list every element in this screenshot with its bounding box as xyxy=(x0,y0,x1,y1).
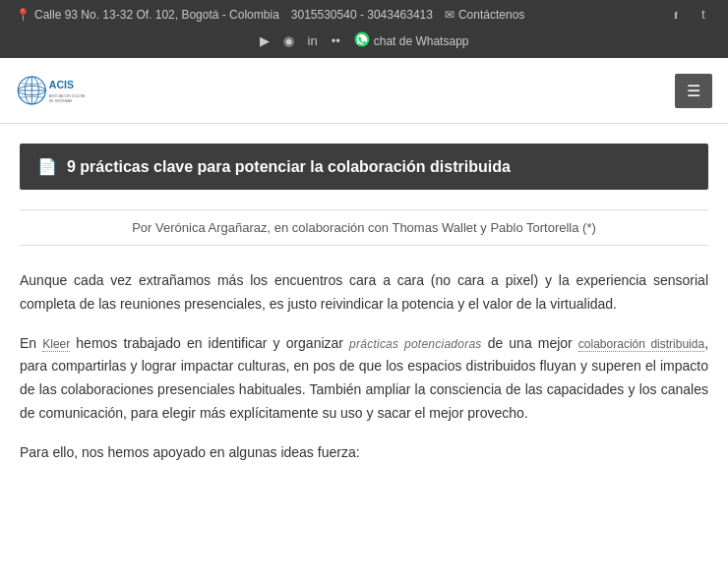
paragraph-1: Aunque cada vez extrañamos más los encue… xyxy=(20,269,708,317)
phone-block: 3015530540 - 3043463413 xyxy=(291,8,433,22)
practicas-highlight: prácticas potenciadoras xyxy=(349,337,481,351)
para2-pre: En xyxy=(20,335,42,351)
contact-link[interactable]: ✉ Contáctenos xyxy=(445,8,524,22)
para2-prefix2: de una mejor xyxy=(482,335,578,351)
flickr-icon[interactable]: •• xyxy=(332,33,340,48)
paragraph-3: Para ello, nos hemos apoyado en algunas … xyxy=(20,441,708,465)
top-bar-row2: ▶ ◉ in •• chat de Whatsapp xyxy=(0,29,728,58)
kleer-link[interactable]: Kleer xyxy=(42,337,70,352)
whatsapp-link[interactable]: chat de Whatsapp xyxy=(354,31,469,50)
svg-text:ACIS: ACIS xyxy=(49,79,74,90)
article-title-banner: 📄 9 prácticas clave para potenciar la co… xyxy=(20,144,708,190)
author-text: Por Verónica Argañaraz, en colaboración … xyxy=(132,220,596,235)
hamburger-button[interactable]: ☰ xyxy=(675,74,712,108)
whatsapp-label: chat de Whatsapp xyxy=(374,34,469,48)
para2-mid: hemos trabajado en identificar y organiz… xyxy=(70,335,349,351)
logo[interactable]: ACIS ASOCIACIÓN COLOMBIANA DE INGENIEROS… xyxy=(16,66,85,115)
email-icon: ✉ xyxy=(445,8,455,22)
document-icon: 📄 xyxy=(37,157,57,176)
main-content: 📄 9 prácticas clave para potenciar la co… xyxy=(0,124,728,500)
location-icon: 📍 xyxy=(16,8,30,22)
svg-text:DE SISTEMAS: DE SISTEMAS xyxy=(49,99,73,103)
phone-text: 3015530540 - 3043463413 xyxy=(291,8,433,22)
twitter-icon[interactable]: t xyxy=(695,6,712,24)
linkedin-icon[interactable]: in xyxy=(308,33,318,48)
navbar: ACIS ASOCIACIÓN COLOMBIANA DE INGENIEROS… xyxy=(0,58,728,124)
article-title: 9 prácticas clave para potenciar la cola… xyxy=(67,158,511,176)
whatsapp-icon xyxy=(354,31,370,50)
top-bar-row1: 📍 Calle 93 No. 13-32 Of. 102, Bogotá - C… xyxy=(0,0,728,29)
author-line: Por Verónica Argañaraz, en colaboración … xyxy=(20,209,708,246)
contact-label: Contáctenos xyxy=(458,8,524,22)
address-block: 📍 Calle 93 No. 13-32 Of. 102, Bogotá - C… xyxy=(16,8,279,22)
paragraph-2: En Kleer hemos trabajado en identificar … xyxy=(20,332,708,426)
instagram-icon[interactable]: ◉ xyxy=(283,33,294,48)
facebook-icon[interactable]: f xyxy=(667,6,685,24)
article-body: Aunque cada vez extrañamos más los encue… xyxy=(20,269,708,465)
address-text: Calle 93 No. 13-32 Of. 102, Bogotá - Col… xyxy=(34,8,279,22)
svg-text:ASOCIACIÓN COLOMBIANA DE INGEN: ASOCIACIÓN COLOMBIANA DE INGENIEROS xyxy=(49,93,85,98)
youtube-icon[interactable]: ▶ xyxy=(260,33,270,48)
colaboracion-link[interactable]: colaboración distribuida xyxy=(578,337,704,352)
